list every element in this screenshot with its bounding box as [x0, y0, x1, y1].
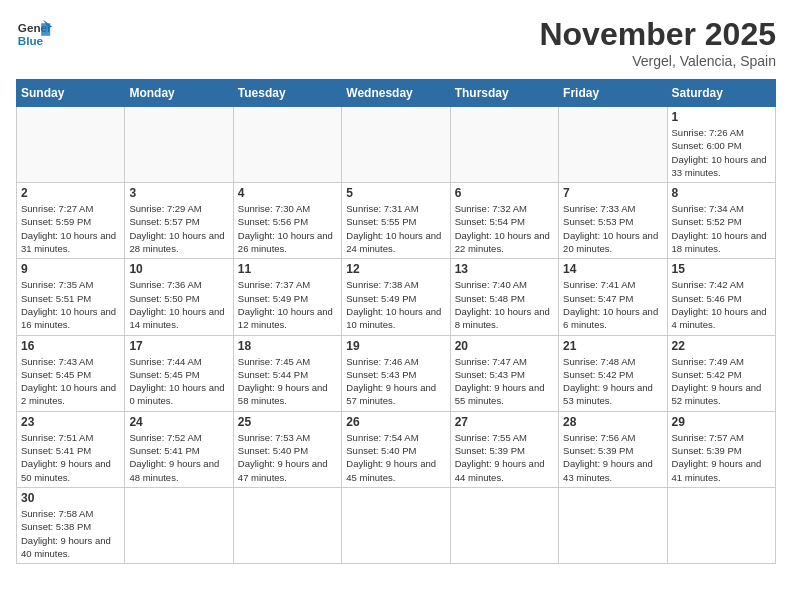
day-number: 29: [672, 415, 771, 429]
calendar-cell: [17, 107, 125, 183]
day-info: Sunrise: 7:42 AM Sunset: 5:46 PM Dayligh…: [672, 278, 771, 331]
calendar-cell: 2Sunrise: 7:27 AM Sunset: 5:59 PM Daylig…: [17, 183, 125, 259]
calendar-cell: [450, 487, 558, 563]
calendar-cell: [125, 107, 233, 183]
header-wednesday: Wednesday: [342, 80, 450, 107]
calendar-cell: 8Sunrise: 7:34 AM Sunset: 5:52 PM Daylig…: [667, 183, 775, 259]
day-info: Sunrise: 7:41 AM Sunset: 5:47 PM Dayligh…: [563, 278, 662, 331]
calendar-cell: 12Sunrise: 7:38 AM Sunset: 5:49 PM Dayli…: [342, 259, 450, 335]
header-sunday: Sunday: [17, 80, 125, 107]
header-monday: Monday: [125, 80, 233, 107]
calendar-cell: 28Sunrise: 7:56 AM Sunset: 5:39 PM Dayli…: [559, 411, 667, 487]
header-friday: Friday: [559, 80, 667, 107]
title-block: November 2025 Vergel, Valencia, Spain: [539, 16, 776, 69]
day-number: 6: [455, 186, 554, 200]
calendar-cell: 18Sunrise: 7:45 AM Sunset: 5:44 PM Dayli…: [233, 335, 341, 411]
day-info: Sunrise: 7:35 AM Sunset: 5:51 PM Dayligh…: [21, 278, 120, 331]
day-info: Sunrise: 7:26 AM Sunset: 6:00 PM Dayligh…: [672, 126, 771, 179]
day-info: Sunrise: 7:52 AM Sunset: 5:41 PM Dayligh…: [129, 431, 228, 484]
day-info: Sunrise: 7:32 AM Sunset: 5:54 PM Dayligh…: [455, 202, 554, 255]
calendar-week-4: 23Sunrise: 7:51 AM Sunset: 5:41 PM Dayli…: [17, 411, 776, 487]
calendar-cell: 19Sunrise: 7:46 AM Sunset: 5:43 PM Dayli…: [342, 335, 450, 411]
logo-icon: General Blue: [16, 16, 52, 52]
day-number: 3: [129, 186, 228, 200]
day-info: Sunrise: 7:34 AM Sunset: 5:52 PM Dayligh…: [672, 202, 771, 255]
day-number: 28: [563, 415, 662, 429]
day-info: Sunrise: 7:51 AM Sunset: 5:41 PM Dayligh…: [21, 431, 120, 484]
day-info: Sunrise: 7:40 AM Sunset: 5:48 PM Dayligh…: [455, 278, 554, 331]
day-number: 19: [346, 339, 445, 353]
day-info: Sunrise: 7:45 AM Sunset: 5:44 PM Dayligh…: [238, 355, 337, 408]
calendar-cell: [233, 487, 341, 563]
day-info: Sunrise: 7:47 AM Sunset: 5:43 PM Dayligh…: [455, 355, 554, 408]
calendar-cell: 29Sunrise: 7:57 AM Sunset: 5:39 PM Dayli…: [667, 411, 775, 487]
calendar-week-2: 9Sunrise: 7:35 AM Sunset: 5:51 PM Daylig…: [17, 259, 776, 335]
calendar-cell: [342, 107, 450, 183]
calendar-cell: [450, 107, 558, 183]
header-tuesday: Tuesday: [233, 80, 341, 107]
day-number: 21: [563, 339, 662, 353]
day-info: Sunrise: 7:57 AM Sunset: 5:39 PM Dayligh…: [672, 431, 771, 484]
calendar-cell: 9Sunrise: 7:35 AM Sunset: 5:51 PM Daylig…: [17, 259, 125, 335]
day-info: Sunrise: 7:46 AM Sunset: 5:43 PM Dayligh…: [346, 355, 445, 408]
calendar-cell: 21Sunrise: 7:48 AM Sunset: 5:42 PM Dayli…: [559, 335, 667, 411]
day-info: Sunrise: 7:56 AM Sunset: 5:39 PM Dayligh…: [563, 431, 662, 484]
calendar-cell: 14Sunrise: 7:41 AM Sunset: 5:47 PM Dayli…: [559, 259, 667, 335]
day-number: 7: [563, 186, 662, 200]
calendar-cell: 10Sunrise: 7:36 AM Sunset: 5:50 PM Dayli…: [125, 259, 233, 335]
calendar-cell: 27Sunrise: 7:55 AM Sunset: 5:39 PM Dayli…: [450, 411, 558, 487]
day-info: Sunrise: 7:48 AM Sunset: 5:42 PM Dayligh…: [563, 355, 662, 408]
calendar-cell: [559, 487, 667, 563]
svg-text:Blue: Blue: [18, 34, 44, 47]
calendar-cell: [125, 487, 233, 563]
day-info: Sunrise: 7:36 AM Sunset: 5:50 PM Dayligh…: [129, 278, 228, 331]
day-number: 8: [672, 186, 771, 200]
day-number: 22: [672, 339, 771, 353]
day-number: 16: [21, 339, 120, 353]
calendar-cell: 3Sunrise: 7:29 AM Sunset: 5:57 PM Daylig…: [125, 183, 233, 259]
day-info: Sunrise: 7:27 AM Sunset: 5:59 PM Dayligh…: [21, 202, 120, 255]
calendar-cell: 24Sunrise: 7:52 AM Sunset: 5:41 PM Dayli…: [125, 411, 233, 487]
calendar-cell: 7Sunrise: 7:33 AM Sunset: 5:53 PM Daylig…: [559, 183, 667, 259]
calendar-cell: 26Sunrise: 7:54 AM Sunset: 5:40 PM Dayli…: [342, 411, 450, 487]
calendar-cell: 23Sunrise: 7:51 AM Sunset: 5:41 PM Dayli…: [17, 411, 125, 487]
calendar-week-3: 16Sunrise: 7:43 AM Sunset: 5:45 PM Dayli…: [17, 335, 776, 411]
day-number: 24: [129, 415, 228, 429]
calendar-header-row: SundayMondayTuesdayWednesdayThursdayFrid…: [17, 80, 776, 107]
location: Vergel, Valencia, Spain: [539, 53, 776, 69]
calendar-cell: [342, 487, 450, 563]
day-info: Sunrise: 7:29 AM Sunset: 5:57 PM Dayligh…: [129, 202, 228, 255]
day-number: 25: [238, 415, 337, 429]
day-number: 27: [455, 415, 554, 429]
day-number: 17: [129, 339, 228, 353]
header-saturday: Saturday: [667, 80, 775, 107]
day-number: 11: [238, 262, 337, 276]
calendar-cell: 4Sunrise: 7:30 AM Sunset: 5:56 PM Daylig…: [233, 183, 341, 259]
calendar-week-1: 2Sunrise: 7:27 AM Sunset: 5:59 PM Daylig…: [17, 183, 776, 259]
day-info: Sunrise: 7:31 AM Sunset: 5:55 PM Dayligh…: [346, 202, 445, 255]
calendar-cell: 15Sunrise: 7:42 AM Sunset: 5:46 PM Dayli…: [667, 259, 775, 335]
day-info: Sunrise: 7:37 AM Sunset: 5:49 PM Dayligh…: [238, 278, 337, 331]
day-info: Sunrise: 7:58 AM Sunset: 5:38 PM Dayligh…: [21, 507, 120, 560]
day-info: Sunrise: 7:33 AM Sunset: 5:53 PM Dayligh…: [563, 202, 662, 255]
page-header: General Blue November 2025 Vergel, Valen…: [16, 16, 776, 69]
day-info: Sunrise: 7:53 AM Sunset: 5:40 PM Dayligh…: [238, 431, 337, 484]
day-number: 5: [346, 186, 445, 200]
calendar-cell: 5Sunrise: 7:31 AM Sunset: 5:55 PM Daylig…: [342, 183, 450, 259]
calendar-cell: 1Sunrise: 7:26 AM Sunset: 6:00 PM Daylig…: [667, 107, 775, 183]
calendar-cell: [559, 107, 667, 183]
day-number: 14: [563, 262, 662, 276]
day-number: 30: [21, 491, 120, 505]
calendar-cell: 22Sunrise: 7:49 AM Sunset: 5:42 PM Dayli…: [667, 335, 775, 411]
calendar-cell: 6Sunrise: 7:32 AM Sunset: 5:54 PM Daylig…: [450, 183, 558, 259]
calendar-cell: 13Sunrise: 7:40 AM Sunset: 5:48 PM Dayli…: [450, 259, 558, 335]
day-number: 1: [672, 110, 771, 124]
day-number: 4: [238, 186, 337, 200]
day-number: 10: [129, 262, 228, 276]
day-number: 9: [21, 262, 120, 276]
calendar-cell: 25Sunrise: 7:53 AM Sunset: 5:40 PM Dayli…: [233, 411, 341, 487]
day-info: Sunrise: 7:54 AM Sunset: 5:40 PM Dayligh…: [346, 431, 445, 484]
day-info: Sunrise: 7:49 AM Sunset: 5:42 PM Dayligh…: [672, 355, 771, 408]
day-number: 13: [455, 262, 554, 276]
calendar-week-5: 30Sunrise: 7:58 AM Sunset: 5:38 PM Dayli…: [17, 487, 776, 563]
